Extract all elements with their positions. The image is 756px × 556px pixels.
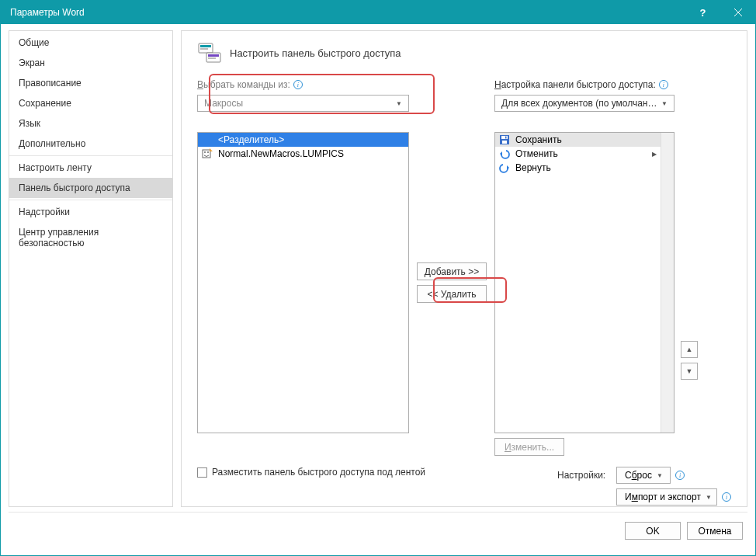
info-icon[interactable]: i [659,80,668,89]
svg-rect-14 [505,137,507,139]
list-item-macro[interactable]: Normal.NewMacros.LUMPICS [198,147,408,161]
svg-rect-6 [208,54,219,57]
show-below-ribbon-checkbox[interactable] [197,467,207,478]
svg-rect-3 [200,45,211,47]
list-item-label: Сохранить [515,134,562,145]
move-up-button[interactable]: ▲ [681,341,698,358]
cancel-button[interactable]: Отмена [687,522,743,540]
chevron-down-icon: ▼ [706,494,712,501]
list-item-label: Вернуть [515,162,551,173]
remove-button[interactable]: << Удалить [417,285,487,303]
undo-icon [498,148,511,160]
move-down-button[interactable]: ▼ [681,363,698,380]
svg-point-9 [204,151,206,153]
close-button[interactable] [720,1,755,24]
titlebar: Параметры Word ? [1,1,755,24]
list-item-separator[interactable]: <Разделитель> [198,133,408,147]
list-item-label: Normal.NewMacros.LUMPICS [218,148,344,159]
svg-rect-7 [208,57,216,59]
nav-item-advanced[interactable]: Дополнительно [9,134,172,154]
info-icon[interactable]: i [675,471,685,480]
modify-button[interactable]: Изменить... [494,438,564,456]
scrollbar[interactable] [661,133,674,433]
options-nav: Общие Экран Правописание Сохранение Язык… [9,30,173,507]
info-icon[interactable]: i [293,80,303,89]
transfer-buttons: Добавить >> << Удалить [409,132,494,433]
nav-item-proofing[interactable]: Правописание [9,73,172,93]
commands-listbox[interactable]: <Разделитель> Normal.NewMacros.LUMPICS [197,132,409,433]
nav-item-save[interactable]: Сохранение [9,93,172,113]
nav-item-language[interactable]: Язык [9,113,172,134]
nav-separator [9,200,172,200]
list-item-undo[interactable]: Отменить ▶ [495,147,661,161]
customize-qat-label: Настройка панели быстрого доступа: [494,79,656,90]
nav-item-display[interactable]: Экран [9,53,172,73]
window-title: Параметры Word [10,7,685,18]
list-item-save[interactable]: Сохранить [495,133,661,147]
svg-rect-4 [200,48,208,50]
choose-commands-label: Выбрать команды из: [197,79,290,90]
import-export-button[interactable]: Импорт и экспорт ▼ [616,488,717,506]
nav-item-trust-center[interactable]: Центр управления безопасностью [9,222,172,253]
nav-item-addins[interactable]: Надстройки [9,202,172,222]
chevron-down-icon: ▼ [658,100,671,107]
svg-point-10 [207,151,209,153]
add-button[interactable]: Добавить >> [417,262,487,280]
blank-icon [201,134,213,146]
list-item-redo[interactable]: Вернуть [495,161,661,175]
chevron-down-icon: ▼ [393,100,405,107]
nav-item-quick-access[interactable]: Панель быстрого доступа [9,178,172,198]
choose-commands-dropdown[interactable]: Макросы ▼ [197,95,409,112]
settings-label: Настройки: [557,470,612,481]
reorder-buttons: ▲ ▼ [681,341,698,380]
nav-separator [9,155,172,156]
customize-qat-value: Для всех документов (по умолчани... [501,98,658,109]
reset-button[interactable]: Сброс ▼ [616,467,671,484]
macro-icon [201,148,213,160]
svg-rect-13 [502,141,507,144]
list-item-label: Отменить [515,148,558,159]
show-below-ribbon-label: Разместить панель быстрого доступа под л… [212,467,425,479]
expand-icon: ▶ [651,151,657,158]
chevron-down-icon: ▼ [657,472,663,479]
dialog-footer: OK Отмена [9,512,747,549]
help-button[interactable]: ? [685,1,720,24]
redo-icon [498,162,511,174]
save-icon [498,134,511,146]
nav-item-customize-ribbon[interactable]: Настроить ленту [9,158,172,178]
customize-qat-dropdown[interactable]: Для всех документов (по умолчани... ▼ [494,95,675,112]
svg-rect-12 [501,136,508,139]
main-pane: Настроить панель быстрого доступа Выбрат… [181,30,747,507]
list-item-label: <Разделитель> [218,134,284,145]
nav-item-general[interactable]: Общие [9,33,172,53]
ok-button[interactable]: OK [625,522,681,540]
qat-customize-icon [197,40,222,65]
choose-commands-value: Макросы [204,98,393,109]
qat-listbox[interactable]: Сохранить Отменить ▶ [494,132,675,433]
close-icon [734,9,742,16]
info-icon[interactable]: i [722,492,731,502]
section-title: Настроить панель быстрого доступа [230,47,401,59]
